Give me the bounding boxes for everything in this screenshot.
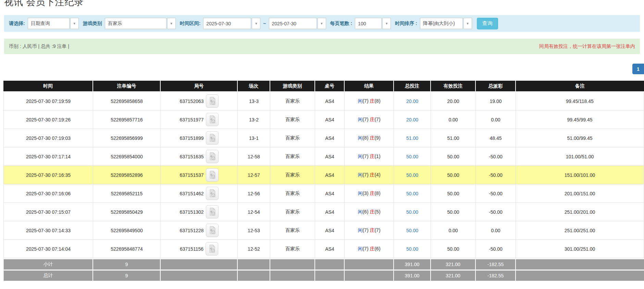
cell-valid-bet: 50.00 xyxy=(431,184,476,203)
chevron-down-icon[interactable]: ▼ xyxy=(167,18,176,29)
cell-table-no: AS4 xyxy=(315,203,345,221)
result-score: (4) xyxy=(374,172,380,178)
cell-time: 2025-07-30 07:19:59 xyxy=(3,92,93,110)
query-type-value: 日期查询 xyxy=(28,18,70,29)
valid-bet-notice: 同局有效投注，统一计算在该局第一张注单内 xyxy=(539,43,635,50)
page-title: 视讯 会员下注纪录 xyxy=(4,0,644,8)
chevron-down-icon[interactable]: ▼ xyxy=(463,18,472,29)
time-sort-select[interactable]: 降幂(由大到小) ▼ xyxy=(420,18,472,29)
cell-time: 2025-07-30 07:14:04 xyxy=(3,240,93,258)
total-bet-link[interactable]: 20.00 xyxy=(406,117,418,122)
column-header: 总投注 xyxy=(394,81,431,92)
cell-remark: 301.00/251.00 xyxy=(516,240,644,258)
video-playback-button[interactable] xyxy=(206,94,219,108)
video-file-icon xyxy=(209,97,216,105)
cell-payout: -50.00 xyxy=(476,147,516,166)
result-score: (3) xyxy=(362,191,370,196)
video-playback-button[interactable] xyxy=(206,131,219,145)
cell-result: 闲(8) 庄(9) xyxy=(345,129,394,147)
cell-table-no: AS4 xyxy=(315,92,345,110)
summary-empty xyxy=(161,270,238,281)
total-bet-link[interactable]: 50.00 xyxy=(406,172,418,178)
cell-valid-bet: 50.00 xyxy=(431,240,476,258)
video-file-icon xyxy=(209,226,216,235)
total-bet-link[interactable]: 50.00 xyxy=(406,154,418,159)
date-from-picker[interactable]: 2025-07-30 ▼ xyxy=(203,18,260,29)
cell-round-id: 637152063 xyxy=(161,92,238,110)
video-playback-button[interactable] xyxy=(206,150,219,163)
total-bet-link[interactable]: 50.00 xyxy=(406,246,418,252)
table-header-row: 时间注单编号局号场次游戏类别桌号结果总投注有效投注总派彩备注 xyxy=(3,81,644,92)
cell-bet-id: 522695848774 xyxy=(93,240,161,258)
cell-remark: 101.00/51.00 xyxy=(516,147,644,166)
round-id-with-video: 637152063 xyxy=(179,94,218,108)
cell-round-id: 637151302 xyxy=(161,203,238,221)
time-sort-value: 降幂(由大到小) xyxy=(420,18,463,29)
cell-table-no: AS4 xyxy=(315,221,345,240)
total-bet-link[interactable]: 50.00 xyxy=(406,209,418,215)
cell-game-type: 百家乐 xyxy=(270,147,315,166)
page-size-select[interactable]: 100 ▼ xyxy=(355,18,391,29)
total-bet-link[interactable]: 51.00 xyxy=(406,135,418,141)
result-score: (7) xyxy=(362,172,370,178)
video-playback-button[interactable] xyxy=(206,242,218,255)
page-size-label: 每页笔数 : xyxy=(330,21,352,27)
cell-time: 2025-07-30 07:14:33 xyxy=(3,221,93,240)
column-header: 备注 xyxy=(516,81,644,92)
round-id-text: 637151635 xyxy=(179,154,203,159)
date-to-picker[interactable]: 2025-07-30 ▼ xyxy=(269,18,326,29)
cell-table-no: AS4 xyxy=(315,110,345,129)
cell-total-bet: 20.00 xyxy=(394,110,431,129)
cell-game-type: 百家乐 xyxy=(270,203,315,221)
summary-label: 总计 xyxy=(3,270,93,281)
cell-round-id: 637151977 xyxy=(161,110,238,129)
cell-result: 闲(3) 庄(8) xyxy=(345,184,394,203)
result-banker: 庄 xyxy=(370,209,374,214)
video-playback-button[interactable] xyxy=(206,224,219,237)
cell-bet-id: 522695856999 xyxy=(93,129,161,147)
chevron-down-icon[interactable]: ▼ xyxy=(252,18,260,29)
chevron-down-icon[interactable]: ▼ xyxy=(318,18,326,29)
cell-valid-bet: 50.00 xyxy=(431,147,476,166)
date-from-value: 2025-07-30 xyxy=(203,18,251,29)
table-row: 2025-07-30 07:17:14522695854000637151635… xyxy=(3,147,644,166)
round-id-with-video: 637151302 xyxy=(179,205,218,219)
cell-valid-bet: 50.00 xyxy=(431,166,476,184)
round-id-text: 637151977 xyxy=(179,117,203,122)
chevron-down-icon[interactable]: ▼ xyxy=(382,18,391,29)
video-playback-button[interactable] xyxy=(206,113,219,126)
cell-game-type: 百家乐 xyxy=(270,110,315,129)
column-header: 桌号 xyxy=(315,81,345,92)
video-playback-button[interactable] xyxy=(206,168,219,182)
total-bet-link[interactable]: 20.00 xyxy=(406,98,418,104)
result-score: (6) xyxy=(374,246,380,251)
video-playback-button[interactable] xyxy=(206,205,219,219)
video-playback-button[interactable] xyxy=(206,187,219,200)
total-bet-link[interactable]: 50.00 xyxy=(406,228,418,233)
summary-count: 9 xyxy=(93,258,161,270)
cell-session: 12-53 xyxy=(238,221,270,240)
cell-round-id: 637151156 xyxy=(161,240,238,258)
pagination-page-1[interactable]: 1 xyxy=(632,64,644,74)
column-header: 总派彩 xyxy=(476,81,516,92)
cell-remark: 151.00/101.00 xyxy=(516,166,644,184)
round-id-text: 637151228 xyxy=(179,228,203,233)
cell-result: 闲(7) 庄(7) xyxy=(345,221,394,240)
cell-payout: -50.00 xyxy=(476,184,516,203)
result-banker: 庄 xyxy=(370,117,374,122)
game-type-select[interactable]: 百家乐 ▼ xyxy=(105,18,176,29)
result-player: 闲 xyxy=(358,117,362,122)
result-banker: 庄 xyxy=(370,191,374,196)
round-id-text: 637151462 xyxy=(179,191,203,196)
cell-total-bet: 50.00 xyxy=(394,221,431,240)
cell-session: 12-52 xyxy=(238,240,270,258)
chevron-down-icon[interactable]: ▼ xyxy=(70,18,79,29)
round-id-with-video: 637151156 xyxy=(180,242,218,255)
query-type-select[interactable]: 日期查询 ▼ xyxy=(28,18,79,29)
total-bet-link[interactable]: 50.00 xyxy=(406,191,418,196)
cell-remark: 251.00/201.00 xyxy=(516,203,644,221)
result-score: (8) xyxy=(362,135,370,141)
query-button[interactable]: 查询 xyxy=(477,18,498,29)
cell-time: 2025-07-30 07:17:14 xyxy=(3,147,93,166)
cell-total-bet: 20.00 xyxy=(394,92,431,110)
